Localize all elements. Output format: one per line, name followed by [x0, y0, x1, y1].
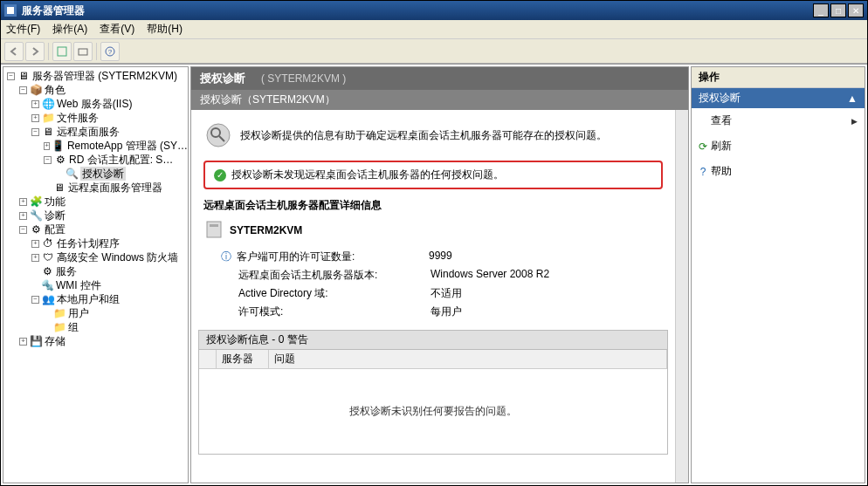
actions-title: 操作: [692, 67, 865, 88]
tree-expander[interactable]: +: [19, 338, 27, 346]
success-icon: ✓: [214, 169, 226, 181]
nav-back-button[interactable]: [4, 42, 24, 61]
vertical-scrollbar[interactable]: [675, 110, 688, 483]
rds-mgr-icon: 🖥: [53, 181, 65, 194]
tree-rdconfig[interactable]: RD 会话主机配置: S…: [69, 153, 173, 167]
intro-row: 授权诊断提供的信息有助于确定远程桌面会话主机服务器可能存在的授权问题。: [198, 119, 668, 161]
tree-storage[interactable]: 存储: [45, 334, 65, 348]
tree-tasksched[interactable]: 任务计划程序: [57, 236, 120, 250]
tree-expander[interactable]: +: [31, 240, 39, 248]
actions-subtitle-text: 授权诊断: [699, 91, 741, 106]
navigation-tree[interactable]: −🖥服务器管理器 (SYTERM2KVM) −📦角色 +🌐Web 服务器(IIS…: [3, 66, 189, 483]
tree-file-service[interactable]: 文件服务: [57, 111, 99, 125]
minimize-button[interactable]: _: [813, 3, 829, 17]
detail-value: Windows Server 2008 R2: [431, 268, 549, 283]
menu-action[interactable]: 操作(A): [52, 22, 87, 37]
tree-roles[interactable]: 角色: [45, 83, 65, 97]
action-view[interactable]: 查看: [692, 108, 865, 133]
server-manager-window: 服务器管理器 _ □ ✕ 文件(F) 操作(A) 查看(V) 帮助(H) ? −…: [0, 0, 868, 486]
tree-config[interactable]: 配置: [45, 222, 65, 236]
tree-localusers[interactable]: 本地用户和组: [57, 292, 120, 306]
col-icon[interactable]: [199, 350, 217, 368]
content-area: −🖥服务器管理器 (SYTERM2KVM) −📦角色 +🌐Web 服务器(IIS…: [1, 64, 867, 485]
help-icon: ?: [697, 166, 709, 178]
detail-row-ad: Active Directory 域: 不适用: [221, 286, 663, 301]
maximize-button[interactable]: □: [830, 3, 846, 17]
features-icon: 🧩: [30, 195, 42, 208]
toolbar-properties-button[interactable]: [73, 42, 93, 61]
status-highlight-box: ✓ 授权诊断未发现远程桌面会话主机服务器的任何授权问题。: [203, 161, 663, 189]
details-heading: 远程桌面会话主机服务器配置详细信息: [203, 198, 663, 213]
tree-users[interactable]: 用户: [68, 306, 89, 320]
close-button[interactable]: ✕: [848, 3, 864, 17]
tree-groups[interactable]: 组: [68, 320, 79, 334]
tree-diagnostics[interactable]: 诊断: [45, 209, 65, 222]
panel-header: 授权诊断 ( SYTERM2KVM ): [191, 67, 688, 90]
server-icon: [203, 220, 224, 241]
tree-expander[interactable]: −: [19, 226, 27, 234]
tree-expander[interactable]: −: [31, 128, 39, 136]
detail-row-licenses: ⓘ 客户端可用的许可证数量: 9999: [221, 250, 663, 264]
menubar: 文件(F) 操作(A) 查看(V) 帮助(H): [1, 20, 867, 39]
authdiag-icon: 🔍: [65, 168, 78, 180]
svg-rect-2: [58, 47, 66, 56]
table-header: 服务器 问题: [199, 350, 667, 369]
tree-expander[interactable]: +: [31, 100, 39, 108]
tree-expander[interactable]: +: [31, 114, 39, 122]
tree-expander[interactable]: +: [19, 198, 27, 206]
tree-rds[interactable]: 远程桌面服务: [57, 125, 120, 139]
wmi-icon: 🔩: [41, 279, 53, 291]
action-help-label: 帮助: [711, 164, 732, 179]
window-title: 服务器管理器: [22, 3, 813, 18]
toolbar-help-button[interactable]: ?: [100, 42, 120, 61]
action-refresh[interactable]: ⟳ 刷新: [692, 133, 865, 159]
info-icon: ⓘ: [221, 250, 231, 264]
detail-key: Active Directory 域:: [238, 286, 431, 301]
actions-subtitle[interactable]: 授权诊断 ▲: [692, 88, 865, 108]
tree-expander[interactable]: +: [44, 142, 50, 150]
menu-help[interactable]: 帮助(H): [147, 22, 183, 37]
toolbar-refresh-button[interactable]: [52, 42, 72, 61]
tree-rds-mgr[interactable]: 远程桌面服务管理器: [68, 181, 162, 195]
tree-authdiag[interactable]: 授权诊断: [80, 167, 126, 181]
col-server[interactable]: 服务器: [217, 350, 269, 368]
tree-services[interactable]: 服务: [56, 264, 77, 278]
svg-text:?: ?: [108, 48, 113, 56]
menu-view[interactable]: 查看(V): [100, 22, 134, 37]
detail-key: 远程桌面会话主机服务器版本:: [238, 268, 431, 283]
titlebar[interactable]: 服务器管理器 _ □ ✕: [1, 1, 867, 20]
action-help[interactable]: ? 帮助: [692, 159, 865, 184]
rds-icon: 🖥: [42, 126, 54, 138]
firewall-icon: 🛡: [42, 251, 54, 264]
tree-expander[interactable]: −: [44, 156, 52, 164]
tree-remoteapp[interactable]: RemoteApp 管理器 (SY…: [67, 139, 188, 153]
tree-root[interactable]: 服务器管理器 (SYTERM2KVM): [32, 69, 177, 83]
file-service-icon: 📁: [42, 112, 54, 124]
diagnostics-icon: 🔧: [30, 209, 42, 222]
diag-info-table: 服务器 问题 授权诊断未识别任何要报告的问题。: [198, 350, 668, 455]
col-issue[interactable]: 问题: [269, 350, 667, 368]
tree-web-iis[interactable]: Web 服务器(IIS): [57, 97, 132, 111]
toolbar-separator: [96, 43, 97, 60]
tree-expander[interactable]: −: [19, 86, 27, 94]
tree-features[interactable]: 功能: [45, 195, 65, 209]
toolbar: ?: [1, 39, 867, 64]
detail-row-mode: 许可模式: 每用户: [221, 305, 663, 319]
nav-forward-button[interactable]: [25, 42, 45, 61]
refresh-icon: ⟳: [697, 140, 709, 153]
server-name: SYTERM2KVM: [230, 224, 302, 236]
tree-expander[interactable]: −: [31, 296, 39, 304]
svg-rect-3: [79, 49, 87, 55]
roles-icon: 📦: [30, 84, 42, 96]
tree-expander[interactable]: −: [7, 72, 15, 80]
tree-expander[interactable]: +: [31, 254, 39, 262]
iis-icon: 🌐: [42, 98, 54, 110]
diag-info-header: 授权诊断信息 - 0 警告: [198, 330, 668, 350]
details-section: 远程桌面会话主机服务器配置详细信息 SYTERM2KVM ⓘ 客户端可用的许可证…: [203, 198, 663, 319]
tree-firewall[interactable]: 高级安全 Windows 防火墙: [57, 250, 178, 264]
panel-title: 授权诊断: [200, 71, 245, 86]
menu-file[interactable]: 文件(F): [6, 22, 40, 37]
tree-expander[interactable]: +: [19, 212, 27, 220]
collapse-arrow-icon[interactable]: ▲: [847, 92, 858, 105]
tree-wmi[interactable]: WMI 控件: [56, 278, 101, 292]
